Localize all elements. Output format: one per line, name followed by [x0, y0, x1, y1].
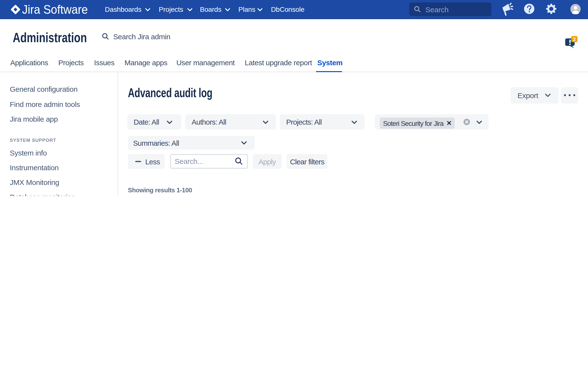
svg-text:2: 2 — [573, 36, 576, 42]
